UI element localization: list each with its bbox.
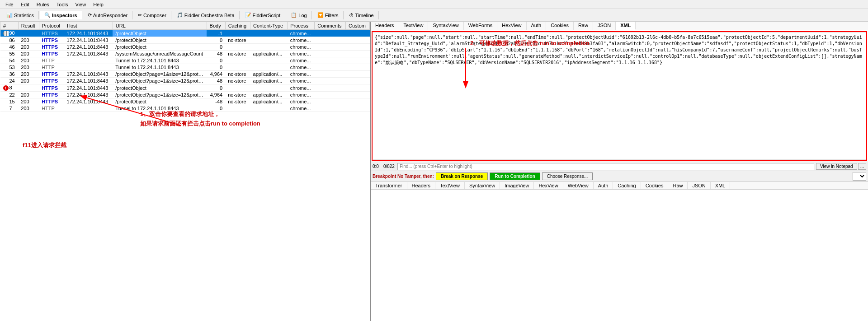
table-row[interactable]: 24200HTTPS172.24.1.101:8443/protectObjec… <box>0 78 370 84</box>
btab-transformer[interactable]: Transformer <box>371 182 407 189</box>
btab-syntaxview[interactable]: SyntaxView <box>465 182 500 189</box>
choose-response-button[interactable]: Choose Response... <box>542 172 593 180</box>
log-icon: 📋 <box>291 12 297 18</box>
subtab-syntaxview[interactable]: SyntaxView <box>428 22 463 30</box>
col-body[interactable]: Body <box>207 22 225 30</box>
col-host[interactable]: Host <box>64 22 113 30</box>
table-row[interactable]: 53200HTTPTunnel to 172.24.1.101:84430chr… <box>0 64 370 71</box>
cursor-position: 0:0 <box>373 164 379 169</box>
subtab-cookies[interactable]: Cookies <box>546 22 574 30</box>
tab-statistics[interactable]: 📊 Statistics <box>2 11 39 19</box>
composer-icon: ✏ <box>138 12 142 18</box>
btab-imageview[interactable]: ImageView <box>500 182 534 189</box>
subtab-headers[interactable]: Headers <box>371 22 399 30</box>
col-caching[interactable]: Caching <box>225 22 250 30</box>
tab-inspectors[interactable]: 🔍 Inspectors <box>40 11 82 19</box>
sessions-tbody: ▐▐90HTTPS172.24.1.101:8443/protectObject… <box>0 30 370 112</box>
autoresponder-icon: ⟳ <box>88 12 92 18</box>
btab-webview[interactable]: WebView <box>563 182 594 189</box>
table-row[interactable]: 7200HTTPTunnel to 172.24.1.101:84430chro… <box>0 105 370 112</box>
table-row[interactable]: 86200HTTPS172.24.1.101:8443/protectObjec… <box>0 37 370 44</box>
tab-composer[interactable]: ✏ Composer <box>133 11 171 19</box>
menu-tools[interactable]: Tools <box>53 1 72 8</box>
menu-help[interactable]: Help <box>90 1 107 8</box>
btab-headers[interactable]: Headers <box>407 182 436 189</box>
menu-rules[interactable]: Rules <box>33 1 53 8</box>
col-custom[interactable]: Custom <box>346 22 370 30</box>
breakpoint-label: Breakpoint No Tamper, then: <box>373 174 434 179</box>
table-row[interactable]: 22200HTTPS172.24.1.101:8443/protectObjec… <box>0 92 370 98</box>
tab-timeline[interactable]: ⏱ Timeline <box>344 11 379 19</box>
tab-fiddler-orchestra[interactable]: 🎵 Fiddler Orchestra Beta <box>172 11 240 19</box>
subtab-webforms[interactable]: WebForms <box>464 22 498 30</box>
inspectors-icon: 🔍 <box>44 12 51 18</box>
more-options-button[interactable]: ... <box>858 163 866 170</box>
find-input[interactable] <box>397 163 814 170</box>
tab-autoresponder[interactable]: ⟳ AutoResponder <box>83 11 132 19</box>
run-to-completion-button[interactable]: Run to Completion <box>490 172 540 180</box>
menu-file[interactable]: File <box>2 1 17 8</box>
table-row[interactable]: 46200HTTPS172.24.1.101:8443/protectObjec… <box>0 44 370 51</box>
left-panel: # Result Protocol Host URL Body Caching … <box>0 22 371 321</box>
subtab-xml[interactable]: XML <box>616 22 636 30</box>
status-bar: 0:0 0/822 View in Notepad ... <box>371 162 868 171</box>
btab-xml[interactable]: XML <box>711 182 731 189</box>
btab-auth[interactable]: Auth <box>594 182 613 189</box>
response-dropdown[interactable] <box>853 172 866 181</box>
table-row[interactable]: !8HTTPS172.24.1.101:8443/protectObject0c… <box>0 84 370 92</box>
col-result[interactable]: Result <box>18 22 39 30</box>
col-comments[interactable]: Comments <box>315 22 346 30</box>
table-row[interactable]: 36200HTTPS172.24.1.101:8443/protectObjec… <box>0 71 370 78</box>
fiddlerscript-icon: 📝 <box>245 12 251 18</box>
bottom-response-area <box>371 190 868 321</box>
table-row[interactable]: ▐▐90HTTPS172.24.1.101:8443/protectObject… <box>0 30 370 37</box>
table-row[interactable]: 15200HTTPS172.24.1.101:8443/protectObjec… <box>0 98 370 105</box>
subtab-auth[interactable]: Auth <box>527 22 547 30</box>
subtab-hexview[interactable]: HexView <box>497 22 526 30</box>
right-panel: Headers TextView SyntaxView WebForms Hex… <box>371 22 868 321</box>
col-hash[interactable]: # <box>0 22 19 30</box>
sessions-table-scroll[interactable]: # Result Protocol Host URL Body Caching … <box>0 22 370 321</box>
fiddler-orchestra-icon: 🎵 <box>177 12 183 18</box>
request-sub-tabs: Headers TextView SyntaxView WebForms Hex… <box>371 22 868 30</box>
col-content-type[interactable]: Content-Type <box>250 22 288 30</box>
table-row[interactable]: 54200HTTPTunnel to 172.24.1.101:84430chr… <box>0 57 370 64</box>
table-row[interactable]: 55200HTTPS172.24.1.101:8443/systemMessag… <box>0 51 370 57</box>
subtab-json[interactable]: JSON <box>593 22 616 30</box>
content-size: 0/822 <box>383 164 395 169</box>
pause-icon: ▐▐ <box>3 31 9 36</box>
btab-json[interactable]: JSON <box>688 182 710 189</box>
filters-icon: 🔽 <box>317 12 324 18</box>
menu-edit[interactable]: Edit <box>17 1 33 8</box>
menu-view[interactable]: View <box>72 1 90 8</box>
sessions-table: # Result Protocol Host URL Body Caching … <box>0 22 370 112</box>
main-container: # Result Protocol Host URL Body Caching … <box>0 22 868 321</box>
toolbar: 📊 Statistics 🔍 Inspectors ⟳ AutoResponde… <box>0 9 868 22</box>
view-notepad-button[interactable]: View in Notepad <box>816 163 857 170</box>
btab-hexview[interactable]: HexView <box>534 182 563 189</box>
subtab-textview[interactable]: TextView <box>399 22 429 30</box>
btab-caching[interactable]: Caching <box>613 182 641 189</box>
response-content[interactable]: {"size":null,"page":null,"start":null,"s… <box>373 32 866 160</box>
timeline-icon: ⏱ <box>349 13 354 18</box>
statistics-icon: 📊 <box>6 12 13 18</box>
tab-log[interactable]: 📋 Log <box>286 11 311 19</box>
red-icon: ! <box>3 85 9 91</box>
breakpoint-bar: Breakpoint No Tamper, then: Break on Res… <box>371 171 868 181</box>
col-process[interactable]: Process <box>288 22 315 30</box>
tab-filters[interactable]: 🔽 Filters <box>313 11 344 19</box>
bottom-tabs: Transformer Headers TextView SyntaxView … <box>371 181 868 190</box>
col-url[interactable]: URL <box>113 22 207 30</box>
col-protocol[interactable]: Protocol <box>39 22 64 30</box>
sessions-header: # Result Protocol Host URL Body Caching … <box>0 22 370 30</box>
tab-fiddlerscript[interactable]: 📝 FiddlerScript <box>241 11 286 19</box>
btab-cookies[interactable]: Cookies <box>641 182 669 189</box>
break-on-response-button[interactable]: Break on Response <box>436 172 488 180</box>
subtab-raw[interactable]: Raw <box>574 22 593 30</box>
btab-textview[interactable]: TextView <box>435 182 465 189</box>
btab-raw[interactable]: Raw <box>668 182 688 189</box>
menu-bar: File Edit Rules Tools View Help <box>0 0 868 9</box>
